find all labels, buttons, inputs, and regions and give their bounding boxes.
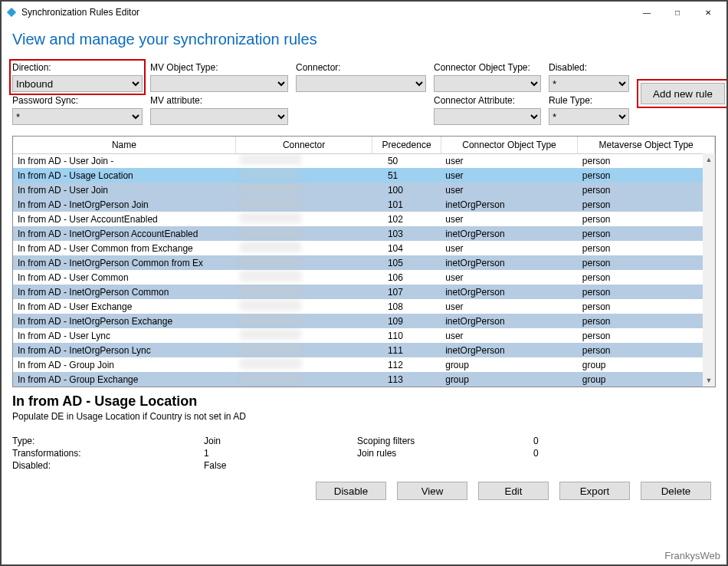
cell-precedence: 108: [372, 299, 441, 314]
password-sync-select[interactable]: *: [12, 108, 143, 125]
cell-name: In from AD - User Join -: [13, 153, 235, 168]
scroll-down-icon[interactable]: ▼: [703, 374, 715, 387]
cell-name: In from AD - Group Exchange: [13, 372, 235, 387]
rules-table[interactable]: Name Connector Precedence Connector Obje…: [13, 137, 715, 387]
cell-connector: [235, 357, 372, 372]
cell-name: In from AD - Usage Location: [13, 168, 235, 183]
scroll-up-icon[interactable]: ▲: [703, 153, 715, 166]
cell-metaverse-object-type: person: [578, 153, 715, 168]
cell-precedence: 51: [372, 168, 441, 183]
table-row[interactable]: In from AD - Group Join112groupgroup: [13, 357, 715, 372]
cell-connector-object-type: inetOrgPerson: [441, 197, 578, 212]
cell-connector-object-type: group: [441, 372, 578, 387]
rules-table-wrap: Name Connector Precedence Connector Obje…: [12, 136, 716, 387]
title-bar: Synchronization Rules Editor — □ ✕: [2, 2, 726, 23]
cell-name: In from AD - InetOrgPerson Join: [13, 197, 235, 212]
connector-attribute-select[interactable]: [434, 108, 541, 125]
rule-type-label: Rule Type:: [549, 95, 629, 106]
export-button[interactable]: Export: [559, 482, 630, 500]
cell-precedence: 102: [372, 212, 441, 226]
rule-type-select[interactable]: *: [549, 108, 629, 125]
table-row[interactable]: In from AD - User Common from Exchange10…: [13, 241, 715, 255]
table-row[interactable]: In from AD - User Exchange108userperson: [13, 299, 715, 314]
cell-connector: [235, 255, 372, 270]
col-connector-object-type[interactable]: Connector Object Type: [441, 137, 578, 153]
filter-bar: Direction: Inbound MV Object Type: Conne…: [12, 62, 716, 125]
disabled-label: Disabled:: [549, 62, 629, 73]
table-row[interactable]: In from AD - Usage Location51userperson: [13, 168, 715, 183]
cell-precedence: 105: [372, 255, 441, 270]
table-row[interactable]: In from AD - InetOrgPerson AccountEnable…: [13, 226, 715, 241]
maximize-button[interactable]: □: [662, 2, 693, 22]
table-row[interactable]: In from AD - User Common106userperson: [13, 270, 715, 285]
add-new-rule-button[interactable]: Add new rule: [641, 83, 725, 104]
cell-precedence: 111: [372, 343, 441, 357]
minimize-button[interactable]: —: [631, 2, 662, 22]
disable-button[interactable]: Disable: [316, 482, 386, 500]
edit-button[interactable]: Edit: [478, 482, 549, 500]
col-connector[interactable]: Connector: [235, 137, 372, 153]
app-icon: [6, 7, 17, 18]
mv-object-select[interactable]: [150, 75, 288, 92]
table-row[interactable]: In from AD - User Lync110userperson: [13, 328, 715, 343]
col-precedence[interactable]: Precedence: [372, 137, 441, 153]
cell-name: In from AD - InetOrgPerson Common: [13, 285, 235, 299]
disabled-select[interactable]: *: [549, 75, 629, 92]
table-row[interactable]: In from AD - InetOrgPerson Lync111inetOr…: [13, 343, 715, 357]
cell-metaverse-object-type: group: [578, 357, 715, 372]
vertical-scrollbar[interactable]: ▲ ▼: [703, 153, 715, 387]
connector-select[interactable]: [296, 75, 426, 92]
cell-name: In from AD - InetOrgPerson Lync: [13, 343, 235, 357]
table-row[interactable]: In from AD - User Join100userperson: [13, 183, 715, 197]
view-button[interactable]: View: [397, 482, 467, 500]
detail-joinrules-label: Join rules: [357, 448, 533, 459]
cell-precedence: 104: [372, 241, 441, 255]
cell-name: In from AD - User Join: [13, 183, 235, 197]
connector-object-select[interactable]: [434, 75, 541, 92]
table-row[interactable]: In from AD - User AccountEnabled102userp…: [13, 212, 715, 226]
close-button[interactable]: ✕: [693, 2, 723, 22]
table-row[interactable]: In from AD - InetOrgPerson Common from E…: [13, 255, 715, 270]
cell-connector: [235, 285, 372, 299]
cell-metaverse-object-type: person: [578, 314, 715, 328]
col-name[interactable]: Name: [13, 137, 235, 153]
col-metaverse-object-type[interactable]: Metaverse Object Type: [578, 137, 715, 153]
cell-metaverse-object-type: person: [578, 168, 715, 183]
cell-name: In from AD - User Common: [13, 270, 235, 285]
table-row[interactable]: In from AD - InetOrgPerson Exchange109in…: [13, 314, 715, 328]
detail-disabled-label: Disabled:: [12, 460, 204, 471]
mv-attribute-select[interactable]: [150, 108, 288, 125]
connector-object-label: Connector Object Type:: [434, 62, 541, 73]
cell-connector-object-type: inetOrgPerson: [441, 285, 578, 299]
cell-metaverse-object-type: person: [578, 270, 715, 285]
delete-button[interactable]: Delete: [641, 482, 711, 500]
cell-connector: [235, 183, 372, 197]
detail-title: In from AD - Usage Location: [12, 393, 716, 410]
table-row[interactable]: In from AD - InetOrgPerson Common107inet…: [13, 285, 715, 299]
cell-connector-object-type: user: [441, 212, 578, 226]
table-row[interactable]: In from AD - InetOrgPerson Join101inetOr…: [13, 197, 715, 212]
cell-connector: [235, 212, 372, 226]
page-title: View and manage your synchronization rul…: [12, 31, 716, 48]
cell-connector-object-type: inetOrgPerson: [441, 314, 578, 328]
cell-name: In from AD - InetOrgPerson Exchange: [13, 314, 235, 328]
cell-precedence: 103: [372, 226, 441, 241]
cell-metaverse-object-type: person: [578, 212, 715, 226]
table-row[interactable]: In from AD - Group Exchange113groupgroup: [13, 372, 715, 387]
connector-attribute-label: Connector Attribute:: [434, 95, 541, 106]
rule-details: In from AD - Usage Location Populate DE …: [12, 393, 716, 500]
detail-joinrules-value: 0: [533, 448, 610, 459]
cell-metaverse-object-type: person: [578, 343, 715, 357]
detail-scoping-label: Scoping filters: [357, 436, 533, 446]
cell-precedence: 101: [372, 197, 441, 212]
cell-name: In from AD - User Common from Exchange: [13, 241, 235, 255]
cell-connector: [235, 314, 372, 328]
connector-label: Connector:: [296, 62, 426, 73]
table-row[interactable]: In from AD - User Join -50userperson: [13, 153, 715, 168]
cell-metaverse-object-type: person: [578, 183, 715, 197]
direction-select[interactable]: Inbound: [12, 75, 143, 92]
cell-connector-object-type: user: [441, 241, 578, 255]
cell-connector-object-type: inetOrgPerson: [441, 255, 578, 270]
cell-name: In from AD - Group Join: [13, 357, 235, 372]
cell-precedence: 106: [372, 270, 441, 285]
